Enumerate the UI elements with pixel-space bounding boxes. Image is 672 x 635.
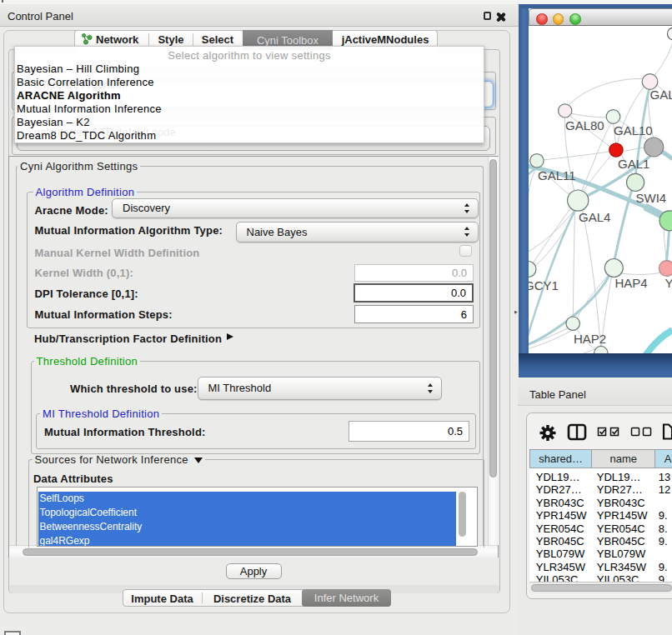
svg-text:GAL7: GAL7 (649, 88, 672, 102)
svg-text:HAP2: HAP2 (574, 332, 606, 346)
svg-text:GAL80: GAL80 (565, 118, 604, 132)
svg-text:GAL10: GAL10 (614, 123, 653, 138)
svg-text:GAL4: GAL4 (579, 210, 610, 224)
svg-text:SWI4: SWI4 (635, 191, 666, 205)
svg-text:Y: Y (664, 276, 672, 290)
svg-text:HAP4: HAP4 (614, 276, 647, 290)
svg-text:GCY1: GCY1 (529, 278, 559, 292)
svg-text:GAL11: GAL11 (538, 168, 576, 182)
svg-text:GAL1: GAL1 (618, 157, 649, 171)
